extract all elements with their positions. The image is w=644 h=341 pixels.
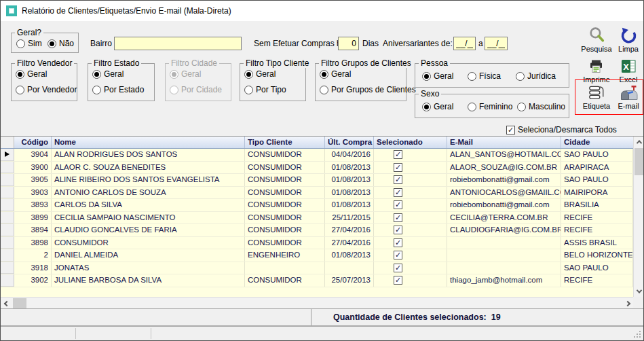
table-row[interactable]: 3903 ANTONIO CARLOS DE SOUZA CONSUMIDOR … (1, 187, 633, 200)
toolbar-button-label: Etiqueta (583, 102, 610, 110)
row-indicator (1, 237, 14, 249)
scroll-left-button[interactable] (1, 298, 12, 309)
pesquisa-button[interactable]: Pesquisa (577, 25, 615, 53)
radio-label: Geral (181, 69, 201, 79)
radio-sexo-geral[interactable]: Geral (422, 102, 453, 111)
table-row[interactable]: 3893 CARLOS DA SILVA CONSUMIDOR 01/08/20… (1, 199, 633, 212)
radio-por-grupos[interactable]: Por Grupos de Clientes (320, 85, 416, 94)
cell-selecionado: ✓ (374, 149, 447, 161)
cell-selecionado: ✓ (374, 249, 447, 262)
radio-grupos-geral[interactable]: Geral (320, 69, 351, 79)
aniversariantes-a-input[interactable] (485, 37, 508, 50)
radio-por-vendedor[interactable]: Por Vendedor (16, 85, 77, 94)
col-header-email[interactable]: E-Mail (447, 137, 561, 148)
scroll-up-button[interactable] (634, 137, 644, 147)
row-checkbox[interactable]: ✓ (394, 150, 402, 159)
table-row[interactable]: 3904 ALAN RODRIGUES DOS SANTOS CONSUMIDO… (1, 149, 633, 162)
sem-compras-label: Sem Efetuar Compras há: (254, 39, 348, 48)
radio-icon (516, 72, 525, 81)
status-bar (1, 326, 643, 340)
bairro-input[interactable] (114, 37, 242, 50)
row-checkbox[interactable]: ✓ (394, 200, 402, 209)
row-checkbox[interactable]: ✓ (394, 226, 402, 234)
radio-sexo-masculino[interactable]: Masculino (517, 102, 565, 111)
vertical-scroll-thumb[interactable] (634, 148, 643, 175)
cell-nome: CLAUDIO GONCALVES DE FARIA (52, 224, 245, 236)
row-checkbox[interactable]: ✓ (394, 175, 402, 184)
col-header-selecionado[interactable]: Selecionado (374, 137, 447, 148)
radio-estado-geral[interactable]: Geral (92, 69, 124, 79)
row-checkbox[interactable]: ✓ (394, 213, 402, 222)
radio-geral-sim[interactable]: Sim (16, 39, 42, 48)
radio-label: Geral (256, 69, 276, 79)
dias-label: Dias (362, 39, 379, 48)
radio-pessoa-juridica[interactable]: Jurídica (516, 71, 556, 81)
cell-codigo: 3905 (14, 174, 52, 186)
cell-ult-compra: 01/08/2013 (325, 199, 374, 211)
groupbox-title: Filtro Tipo Cliente (244, 58, 311, 68)
cell-tipo-cliente: CONSUMIDOR (245, 149, 325, 161)
table-row[interactable]: 3900 ALAOR C. SOUZA BENEDITES CONSUMIDOR… (1, 162, 633, 175)
limpa-button[interactable]: Limpa (614, 25, 643, 53)
col-header-cidade[interactable]: Cidade (561, 137, 643, 148)
groupbox-title: Pessoa (419, 58, 450, 68)
radio-vendedor-geral[interactable]: Geral (16, 69, 47, 79)
sem-compras-input[interactable] (338, 37, 359, 50)
cell-nome: ANTONIO CARLOS DE SOUZA (52, 187, 245, 199)
horizontal-scroll-thumb[interactable] (13, 298, 26, 308)
row-checkbox[interactable]: ✓ (394, 238, 402, 247)
cell-tipo-cliente (245, 262, 325, 274)
cell-nome: JULIANE BARBOSA DA SILVA (52, 274, 245, 287)
col-header-ult-compra[interactable]: Últ. Compra (325, 137, 374, 148)
row-checkbox[interactable]: ✓ (394, 276, 402, 285)
radio-icon (517, 103, 526, 111)
cell-codigo: 3904 (14, 149, 52, 161)
radio-icon (16, 86, 24, 94)
scroll-right-button[interactable] (622, 298, 633, 309)
row-checkbox[interactable]: ✓ (394, 264, 402, 272)
cell-tipo-cliente: CONSUMIDOR (245, 274, 325, 287)
row-checkbox[interactable]: ✓ (394, 251, 402, 259)
aniversariantes-de-input[interactable] (453, 37, 476, 50)
radio-label: Geral (27, 69, 47, 79)
groupbox-filtro-tipo-cliente: Filtro Tipo Cliente Geral Por Tipo (240, 63, 306, 101)
selected-count-value: 19 (491, 312, 501, 322)
cell-cidade: RECIFE (561, 212, 633, 224)
col-header-tipo-cliente[interactable]: Tipo Cliente (245, 137, 325, 148)
radio-por-tipo[interactable]: Por Tipo (244, 85, 286, 94)
radio-icon (170, 70, 178, 79)
etiqueta-button[interactable]: Etiqueta (577, 82, 615, 110)
radio-pessoa-fisica[interactable]: Física (468, 71, 501, 81)
horizontal-scrollbar[interactable] (1, 297, 633, 308)
table-row[interactable]: 3905 ALINE RIBEIRO DOS SANTOS EVANGELIST… (1, 174, 633, 187)
cell-tipo-cliente: CONSUMIDOR (245, 212, 325, 224)
table-row[interactable]: 3918 JONATAS ✓ SAO PAULO (1, 262, 633, 275)
table-row[interactable]: 2 DANIEL ALMEIDA ENGENHEIRO 01/08/2013 ✓… (1, 249, 633, 262)
radio-tipo-geral[interactable]: Geral (244, 69, 276, 79)
scroll-down-button[interactable] (634, 286, 644, 297)
select-all-checkbox[interactable]: ✓ Seleciona/Desmarca Todos (506, 125, 617, 134)
table-row[interactable]: 3898 CONSUMIDOR CONSUMIDOR 27/04/2016 ✓ … (1, 237, 633, 250)
col-header-nome[interactable]: Nome (52, 137, 245, 148)
radio-por-estado[interactable]: Por Estado (92, 85, 144, 94)
radio-pessoa-geral[interactable]: Geral (422, 71, 453, 81)
cell-cidade: SAO PAULO (561, 262, 633, 274)
radio-label: Por Tipo (256, 85, 286, 94)
resize-grip[interactable] (639, 336, 641, 338)
grid-body: 3904 ALAN RODRIGUES DOS SANTOS CONSUMIDO… (1, 149, 633, 297)
cell-email: robiebombonatti@gmail.com (447, 174, 561, 186)
clients-grid: Código Nome Tipo Cliente Últ. Compra Sel… (1, 136, 643, 308)
radio-geral-nao[interactable]: Não (48, 39, 74, 48)
table-row[interactable]: 3902 JULIANE BARBOSA DA SILVA CONSUMIDOR… (1, 274, 633, 287)
table-row[interactable]: 3899 CECILIA SAMPAIO NASCIMENTO CONSUMID… (1, 212, 633, 225)
row-indicator (1, 224, 14, 236)
col-header-codigo[interactable]: Código (14, 137, 52, 148)
radio-icon (170, 86, 178, 94)
cell-nome: CARLOS DA SILVA (52, 199, 245, 211)
table-row[interactable]: 3894 CLAUDIO GONCALVES DE FARIA CONSUMID… (1, 224, 633, 237)
vertical-scrollbar[interactable] (633, 137, 643, 297)
row-checkbox[interactable]: ✓ (394, 163, 402, 172)
email-button[interactable]: E-mail (614, 82, 643, 110)
radio-sexo-feminino[interactable]: Feminino (468, 102, 512, 111)
row-checkbox[interactable]: ✓ (394, 188, 402, 197)
